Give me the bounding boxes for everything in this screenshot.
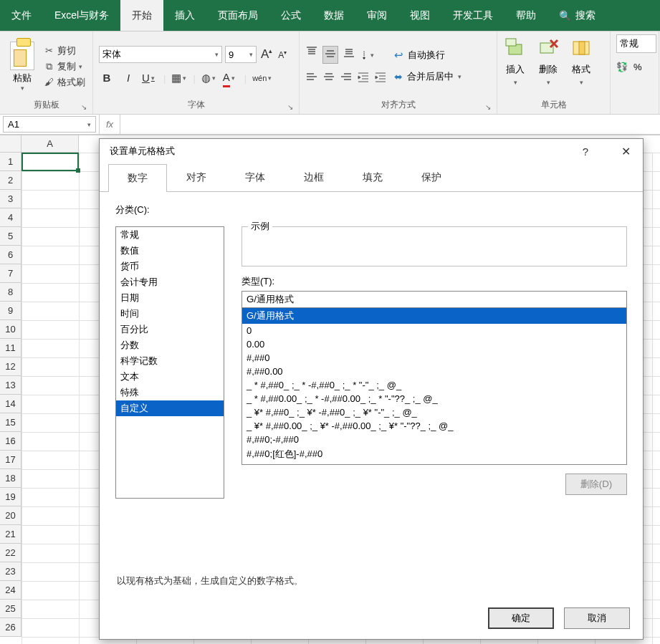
row-header[interactable]: 4	[0, 208, 21, 227]
copy-button[interactable]: ⧉ 复制 ▾	[43, 60, 85, 73]
row-header[interactable]: 23	[0, 562, 21, 581]
font-name-combo[interactable]: 宋体 ▾	[99, 46, 222, 63]
row-header[interactable]: 1	[0, 153, 21, 171]
row-header[interactable]: 3	[0, 190, 21, 208]
category-item[interactable]: 分数	[116, 337, 224, 353]
cancel-button[interactable]: 取消	[564, 607, 630, 629]
tab-data[interactable]: 数据	[312, 0, 355, 31]
tab-review[interactable]: 审阅	[355, 0, 398, 31]
phonetic-button[interactable]: wén▾	[252, 70, 272, 86]
tab-dev[interactable]: 开发工具	[441, 0, 504, 31]
row-header[interactable]: 22	[0, 544, 21, 562]
delete-cells-button[interactable]: 删除 ▾	[536, 36, 560, 86]
tab-layout[interactable]: 页面布局	[206, 0, 269, 31]
align-top-button[interactable]	[305, 46, 318, 64]
row-header[interactable]: 9	[0, 302, 21, 320]
type-item[interactable]: #,##0;[红色]-#,##0	[242, 446, 626, 462]
orientation-button[interactable]: ⭭▾	[360, 46, 374, 64]
font-size-combo[interactable]: 9 ▾	[225, 46, 257, 63]
dialog-tab-alignment[interactable]: 对齐	[167, 163, 226, 191]
align-center-button[interactable]	[322, 71, 335, 86]
category-item[interactable]: 会计专用	[116, 274, 224, 290]
row-header[interactable]: 18	[0, 469, 21, 488]
align-right-button[interactable]	[340, 71, 353, 86]
row-header[interactable]: 19	[0, 488, 21, 506]
align-left-button[interactable]	[305, 71, 318, 86]
ok-button[interactable]: 确定	[488, 607, 554, 629]
row-header[interactable]: 15	[0, 413, 21, 432]
help-button[interactable]: ?	[571, 141, 600, 161]
dialog-launcher-icon[interactable]: ↘	[81, 103, 87, 111]
row-header[interactable]: 7	[0, 264, 21, 283]
type-item[interactable]: _ * #,##0.00_ ;_ * -#,##0.00_ ;_ * "-"??…	[242, 392, 626, 405]
cut-button[interactable]: ✂ 剪切	[43, 44, 85, 57]
category-item[interactable]: 自定义	[116, 400, 224, 416]
percent-style-button[interactable]: %	[633, 62, 642, 72]
close-button[interactable]: ✕	[611, 141, 640, 161]
category-item[interactable]: 时间	[116, 306, 224, 322]
category-item[interactable]: 特殊	[116, 385, 224, 400]
category-listbox[interactable]: 常规数值货币会计专用日期时间百分比分数科学记数文本特殊自定义	[115, 226, 224, 499]
category-item[interactable]: 文本	[116, 369, 224, 385]
align-bottom-button[interactable]	[343, 46, 355, 64]
row-header[interactable]: 12	[0, 357, 21, 376]
tab-home[interactable]: 开始	[120, 0, 163, 31]
dialog-launcher-icon[interactable]: ↘	[485, 103, 491, 111]
paste-button[interactable]: 粘贴 ▾	[6, 40, 39, 92]
category-item[interactable]: 货币	[116, 259, 224, 274]
tab-insert[interactable]: 插入	[163, 0, 206, 31]
row-header[interactable]: 11	[0, 339, 21, 357]
type-item[interactable]: 0	[242, 324, 626, 337]
category-item[interactable]: 日期	[116, 290, 224, 306]
row-header[interactable]: 2	[0, 171, 21, 190]
dialog-tab-font[interactable]: 字体	[226, 163, 284, 191]
type-item[interactable]: _ * #,##0_ ;_ * -#,##0_ ;_ * "-"_ ;_ @_	[242, 378, 626, 392]
type-item[interactable]: 0.00	[242, 337, 626, 351]
merge-center-button[interactable]: ⬌ 合并后居中 ▾	[394, 70, 461, 83]
row-header[interactable]: 8	[0, 283, 21, 302]
format-painter-button[interactable]: 🖌 格式刷	[43, 76, 85, 89]
dialog-tab-fill[interactable]: 填充	[343, 163, 402, 191]
row-header[interactable]: 20	[0, 506, 21, 525]
tab-help[interactable]: 帮助	[504, 0, 547, 31]
number-format-combo[interactable]: 常规	[616, 34, 656, 53]
row-header[interactable]: 5	[0, 227, 21, 246]
row-header[interactable]: 25	[0, 600, 21, 618]
type-item[interactable]: _ ¥* #,##0.00_ ;_ ¥* -#,##0.00_ ;_ ¥* "-…	[242, 419, 626, 433]
dialog-launcher-icon[interactable]: ↘	[287, 103, 293, 111]
tab-view[interactable]: 视图	[398, 0, 441, 31]
row-header[interactable]: 16	[0, 432, 21, 451]
row-header[interactable]: 10	[0, 320, 21, 339]
type-input[interactable]	[241, 291, 627, 308]
row-header[interactable]: 26	[0, 618, 21, 637]
fx-label[interactable]: fx	[99, 115, 120, 134]
row-header[interactable]: 21	[0, 525, 21, 544]
tab-search[interactable]: 🔍 搜索	[547, 0, 607, 31]
row-header[interactable]: 6	[0, 246, 21, 264]
row-header[interactable]: 14	[0, 395, 21, 413]
type-item[interactable]: #,##0	[242, 351, 626, 365]
dialog-tab-border[interactable]: 边框	[284, 163, 343, 191]
font-color-button[interactable]: A▾	[223, 70, 239, 86]
category-item[interactable]: 百分比	[116, 322, 224, 337]
italic-button[interactable]: I	[120, 70, 136, 86]
delete-format-button[interactable]: 删除(D)	[565, 474, 627, 495]
category-item[interactable]: 科学记数	[116, 353, 224, 369]
tab-formula[interactable]: 公式	[269, 0, 312, 31]
category-item[interactable]: 数值	[116, 243, 224, 259]
category-item[interactable]: 常规	[116, 227, 224, 243]
dialog-tab-protection[interactable]: 保护	[402, 163, 461, 191]
type-item[interactable]: G/通用格式	[242, 308, 626, 324]
row-header[interactable]: 13	[0, 376, 21, 395]
wrap-text-button[interactable]: ↩ 自动换行	[394, 49, 461, 62]
fill-color-button[interactable]: ◍▾	[201, 70, 217, 86]
decrease-font-button[interactable]: A▾	[277, 49, 288, 60]
bold-button[interactable]: B	[99, 70, 115, 86]
insert-cells-button[interactable]: 插入 ▾	[503, 36, 527, 86]
type-item[interactable]: #,##0;-#,##0	[242, 433, 626, 446]
accounting-format-button[interactable]: 💱	[616, 62, 628, 72]
column-header[interactable]: A	[21, 135, 79, 153]
tab-file[interactable]: 文件	[0, 0, 43, 31]
select-all-corner[interactable]	[0, 135, 21, 153]
increase-font-button[interactable]: A▴	[259, 47, 274, 62]
